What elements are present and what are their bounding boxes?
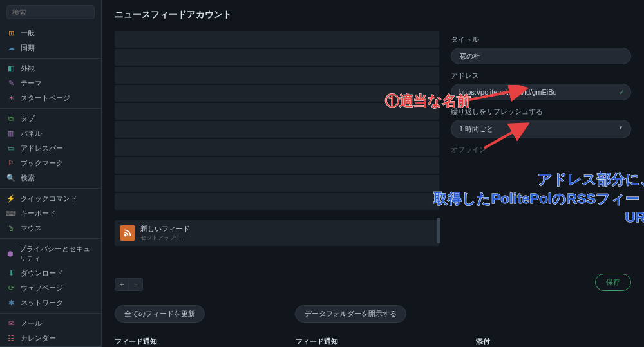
remove-feed-button[interactable]: −	[129, 278, 143, 291]
option-col-1: フィード通知 ✓ ウェブページのフィードを検出する	[115, 337, 270, 347]
feed-row[interactable]	[115, 193, 439, 210]
sidebar-item-bookmarks[interactable]: ⚐ブックマーク	[0, 156, 101, 171]
address-input[interactable]	[451, 84, 631, 100]
sidebar-item-label: アドレスバー	[21, 144, 63, 153]
sidebar-search-input[interactable]	[6, 5, 95, 19]
feed-row[interactable]	[115, 103, 439, 120]
divider	[0, 58, 101, 59]
sidebar-item-label: カレンダー	[21, 333, 56, 343]
feed-add-remove: + −	[115, 278, 439, 291]
sidebar-item-calendar[interactable]: ☷カレンダー	[0, 331, 101, 346]
sidebar-item-mail[interactable]: ✉メール	[0, 316, 101, 331]
sidebar-item-label: メール	[21, 319, 42, 328]
divider	[0, 238, 101, 239]
svg-point-0	[124, 234, 126, 236]
sidebar-item-sync[interactable]: ☁同期	[0, 41, 101, 55]
sidebar-item-label: マウス	[21, 223, 42, 233]
feed-row[interactable]	[115, 49, 439, 66]
sidebar-item-start-page[interactable]: ✶スタートページ	[0, 91, 101, 106]
action-row: 全てのフィードを更新 データフォルダーを開示する	[102, 300, 644, 332]
feed-row[interactable]	[115, 85, 439, 102]
option-col-3: 添付 ✓ YouTube のリンクは添付扱いにする	[476, 337, 631, 347]
sidebar-item-label: キーボード	[21, 209, 56, 218]
feed-row[interactable]	[115, 139, 439, 156]
offline-label: オフライン	[451, 145, 631, 155]
search-icon: 🔍	[6, 174, 15, 183]
page-title: ニュースフィードアカウント	[102, 0, 644, 28]
open-data-folder-button[interactable]: データフォルダーを開示する	[295, 305, 406, 323]
option-col-2: フィード通知 ✓ 新しいフィードの通知を表示	[296, 337, 451, 347]
sidebar-item-label: スタートページ	[21, 93, 70, 103]
add-feed-button[interactable]: +	[115, 278, 129, 291]
general-icon: ⊞	[6, 29, 15, 38]
sidebar-item-address-bar[interactable]: ▭アドレスバー	[0, 141, 101, 156]
downloads-icon: ⬇	[6, 269, 15, 278]
feed-meta: 新しいフィード セットアップ中...	[140, 224, 190, 242]
feed-status: セットアップ中...	[140, 234, 190, 242]
sidebar-item-quick-commands[interactable]: ⚡クイックコマンド	[0, 191, 101, 206]
divider	[0, 188, 101, 189]
tabs-icon: ⧉	[6, 115, 15, 124]
feed-row[interactable]	[115, 175, 439, 192]
sidebar-item-label: ダウンロード	[21, 268, 63, 278]
bookmarks-icon: ⚐	[6, 159, 15, 168]
divider	[0, 108, 101, 109]
sidebar-item-keyboard[interactable]: ⌨キーボード	[0, 206, 101, 221]
sidebar-item-label: パネル	[21, 129, 42, 138]
sidebar-item-tabs[interactable]: ⧉タブ	[0, 111, 101, 126]
feed-list-column: 新しいフィード セットアップ中... + −	[115, 31, 439, 291]
sidebar-item-label: ネットワーク	[21, 298, 63, 308]
update-all-button[interactable]: 全てのフィードを更新	[115, 305, 205, 323]
refresh-select[interactable]: 1 時間ごと	[451, 120, 631, 138]
chevron-down-icon: ▼	[618, 125, 623, 131]
sidebar-item-label: 検索	[21, 173, 35, 183]
save-button[interactable]: 保存	[595, 274, 631, 291]
check-icon: ✓	[619, 88, 625, 97]
mail-icon: ✉	[6, 319, 15, 328]
title-input[interactable]	[451, 48, 631, 64]
panel-icon: ▥	[6, 129, 15, 138]
sidebar-item-panel[interactable]: ▥パネル	[0, 126, 101, 141]
content-area: 新しいフィード セットアップ中... + − タイトル アドレス ✓ 繰り返し	[102, 31, 644, 297]
sidebar-item-label: ウェブページ	[21, 283, 63, 293]
sidebar-item-label: 一般	[21, 28, 35, 38]
sidebar-item-general[interactable]: ⊞一般	[0, 26, 101, 41]
sidebar-item-theme[interactable]: ✎テーマ	[0, 76, 101, 91]
sidebar-item-label: ブックマーク	[21, 158, 63, 168]
sidebar-item-label: プライバシーとセキュリティ	[19, 244, 95, 263]
sidebar-item-webpages[interactable]: ⟳ウェブページ	[0, 281, 101, 295]
main-panel: ニュースフィードアカウント 新しいフィード	[102, 0, 644, 347]
scrollbar-handle[interactable]	[437, 218, 440, 243]
sidebar-item-label: テーマ	[21, 79, 42, 88]
sidebar-item-appearance[interactable]: ◧外観	[0, 61, 101, 76]
feed-item-selected[interactable]: 新しいフィード セットアップ中...	[115, 220, 439, 246]
sidebar-search-wrap	[3, 3, 99, 22]
sidebar-item-network[interactable]: ✱ネットワーク	[0, 295, 101, 310]
address-label: アドレス	[451, 71, 631, 80]
keyboard-icon: ⌨	[6, 209, 15, 218]
bottom-options: フィード通知 ✓ ウェブページのフィードを検出する フィード通知 ✓ 新しいフィ…	[102, 334, 644, 347]
feed-rows: 新しいフィード セットアップ中...	[115, 31, 439, 277]
mouse-icon: 🖱	[6, 224, 15, 233]
sidebar-item-downloads[interactable]: ⬇ダウンロード	[0, 266, 101, 281]
quick-commands-icon: ⚡	[6, 194, 15, 203]
rss-icon	[120, 225, 135, 241]
feed-row[interactable]	[115, 121, 439, 138]
appearance-icon: ◧	[6, 64, 15, 73]
feed-row[interactable]	[115, 157, 439, 174]
theme-icon: ✎	[6, 79, 15, 88]
feed-row[interactable]	[115, 67, 439, 84]
sidebar-item-label: 外観	[21, 64, 35, 73]
sidebar-item-privacy[interactable]: ⬢プライバシーとセキュリティ	[0, 241, 101, 266]
feed-row[interactable]	[115, 31, 439, 48]
privacy-icon: ⬢	[6, 249, 14, 258]
sidebar-item-label: クイックコマンド	[21, 194, 77, 203]
option-title: フィード通知	[115, 337, 270, 346]
webpages-icon: ⟳	[6, 284, 15, 293]
settings-sidebar: ⊞一般☁同期◧外観✎テーマ✶スタートページ⧉タブ▥パネル▭アドレスバー⚐ブックマ…	[0, 0, 102, 347]
network-icon: ✱	[6, 299, 15, 308]
title-label: タイトル	[451, 35, 631, 44]
sidebar-item-search[interactable]: 🔍検索	[0, 171, 101, 185]
sidebar-item-mouse[interactable]: 🖱マウス	[0, 221, 101, 236]
feed-name: 新しいフィード	[140, 224, 190, 234]
